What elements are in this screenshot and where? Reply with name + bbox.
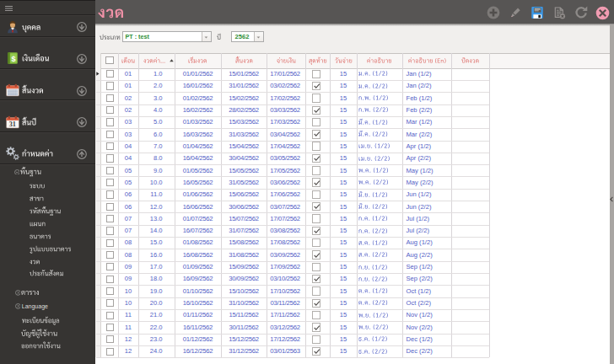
svg-text:$: $: [11, 55, 15, 63]
svg-text:31: 31: [9, 120, 16, 128]
